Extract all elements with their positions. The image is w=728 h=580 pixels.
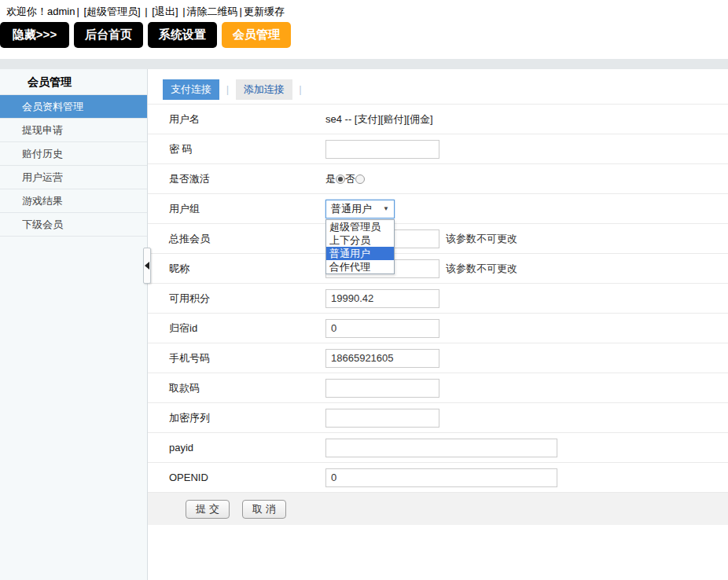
sidebar-item-sub-members[interactable]: 下级会员: [0, 213, 147, 237]
dropdown-option-partner-agent[interactable]: 合作代理: [326, 260, 394, 273]
dropdown-option-updown-clerk[interactable]: 上下分员: [326, 233, 394, 247]
field-label: 昵称: [148, 262, 325, 276]
field-label: 手机号码: [148, 351, 325, 365]
sidebar-item-user-operation[interactable]: 用户运营: [0, 166, 147, 189]
top-welcome-bar: 欢迎你！admin| [超级管理员] | [退出] |清除二维码|更新缓存: [0, 0, 728, 22]
radio-no-label: 否: [345, 172, 355, 186]
home-id-input[interactable]: [325, 319, 439, 338]
dropdown-option-normal-user[interactable]: 普通用户: [326, 247, 394, 260]
immutable-note: 该参数不可更改: [446, 262, 517, 276]
field-label: 用户名: [148, 112, 325, 127]
row-openid: OPENID: [148, 463, 728, 493]
row-payid: payid: [148, 433, 728, 463]
field-label: 是否激活: [148, 172, 325, 186]
row-phone: 手机号码: [148, 343, 728, 373]
field-label: payid: [148, 442, 325, 453]
chevron-down-icon: ▼: [383, 205, 394, 212]
radio-yes[interactable]: [336, 174, 345, 184]
immutable-note: 该参数不可更改: [446, 232, 517, 246]
chevron-left-icon: [145, 262, 149, 270]
sidebar-item-game-results[interactable]: 游戏结果: [0, 189, 147, 213]
field-label: 可用积分: [148, 292, 325, 306]
nav-system-settings[interactable]: 系统设置: [148, 22, 217, 48]
phone-input[interactable]: [325, 349, 439, 368]
nav-member-management[interactable]: 会员管理: [222, 22, 291, 48]
radio-no[interactable]: [355, 174, 365, 184]
selected-option: 普通用户: [326, 202, 383, 216]
tab-separator: |: [299, 83, 301, 95]
row-password: 密 码: [148, 134, 728, 164]
welcome-text: 欢迎你！admin: [6, 6, 75, 17]
form-actions: 提交 取消: [148, 493, 728, 525]
row-points: 可用积分: [148, 284, 728, 314]
row-encrypt-seq: 加密序列: [148, 403, 728, 433]
separator: |: [145, 6, 147, 17]
points-input[interactable]: [325, 289, 439, 308]
radio-yes-label: 是: [325, 172, 336, 186]
sidebar-item-member-profile[interactable]: 会员资料管理: [0, 95, 147, 119]
user-group-dropdown-list: 超级管理员 上下分员 普通用户 合作代理: [325, 219, 395, 274]
dropdown-option-super-admin[interactable]: 超级管理员: [326, 220, 394, 233]
row-nickname: 昵称 该参数不可更改: [148, 254, 728, 284]
clear-qr-link[interactable]: 清除二维码: [187, 6, 238, 17]
sidebar: 会员管理 会员资料管理 提现申请 赔付历史 用户运营 游戏结果 下级会员: [0, 69, 148, 580]
sidebar-collapse-handle[interactable]: [143, 248, 151, 284]
row-username: 用户名 se4 -- [支付][赔付][佣金]: [148, 105, 728, 134]
hide-menu-button[interactable]: 隐藏>>>: [0, 22, 69, 48]
main-nav: 隐藏>>> 后台首页 系统设置 会员管理: [0, 22, 728, 48]
role-badge: [超级管理员]: [83, 6, 140, 17]
separator: |: [182, 6, 185, 17]
refresh-cache-link[interactable]: 更新缓存: [244, 6, 285, 17]
row-referrer: 总推会员 该参数不可更改: [148, 224, 728, 254]
main-panel: 支付连接 | 添加连接 | 用户名 se4 -- [支付][赔付][佣金] 密 …: [148, 69, 728, 580]
user-group-select[interactable]: 普通用户 ▼: [325, 200, 395, 218]
tab-payment-link[interactable]: 支付连接: [163, 79, 219, 100]
row-user-group: 用户组 普通用户 ▼: [148, 194, 728, 224]
field-label: 用户组: [148, 202, 325, 216]
separator: |: [240, 6, 242, 17]
logout-link[interactable]: [退出]: [152, 6, 178, 17]
row-active-status: 是否激活 是 否: [148, 164, 728, 194]
tab-separator: |: [226, 83, 229, 95]
encrypt-seq-input[interactable]: [325, 409, 439, 428]
sidebar-item-payout-history[interactable]: 赔付历史: [0, 142, 147, 166]
payid-input[interactable]: [325, 439, 557, 457]
username-value: se4 -- [支付][赔付][佣金]: [325, 112, 433, 127]
field-label: 总推会员: [148, 232, 325, 246]
field-label: OPENID: [148, 472, 325, 483]
sidebar-title: 会员管理: [0, 69, 147, 95]
password-input[interactable]: [325, 140, 439, 159]
openid-input[interactable]: [325, 468, 557, 487]
content-area: 会员管理 会员资料管理 提现申请 赔付历史 用户运营 游戏结果 下级会员 支付连…: [0, 69, 728, 580]
sidebar-item-withdraw-request[interactable]: 提现申请: [0, 119, 147, 142]
field-label: 取款码: [148, 381, 325, 395]
field-label: 加密序列: [148, 411, 325, 425]
divider-band: [0, 59, 728, 69]
withdraw-code-input[interactable]: [325, 379, 439, 398]
field-label: 密 码: [148, 142, 325, 156]
row-home-id: 归宿id: [148, 314, 728, 343]
tab-bar: 支付连接 | 添加连接 |: [148, 69, 728, 105]
cancel-button[interactable]: 取消: [242, 500, 286, 519]
submit-button[interactable]: 提交: [186, 500, 230, 519]
field-label: 归宿id: [148, 321, 325, 336]
row-withdraw-code: 取款码: [148, 373, 728, 403]
separator: |: [76, 6, 79, 17]
nav-backstage-home[interactable]: 后台首页: [74, 22, 143, 48]
tab-add-link[interactable]: 添加连接: [236, 79, 292, 100]
